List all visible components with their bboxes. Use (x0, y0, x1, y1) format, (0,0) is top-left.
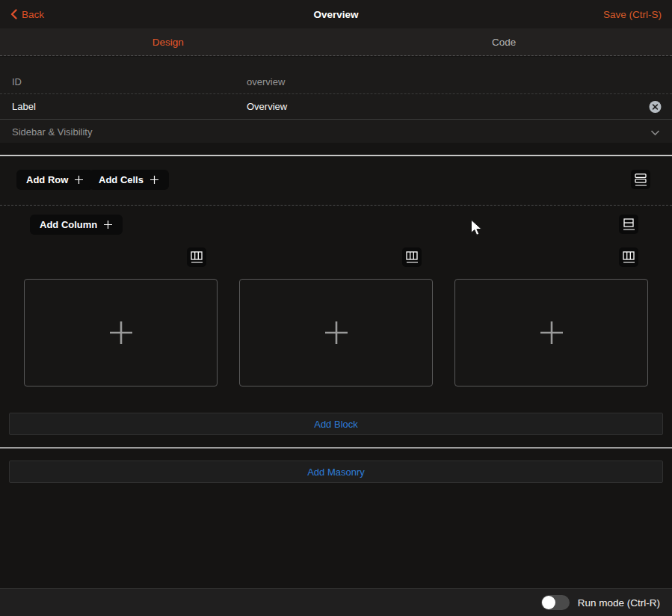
empty-cell-1[interactable] (24, 279, 218, 386)
chevron-left-icon (10, 9, 17, 19)
add-cells-label: Add Cells (99, 174, 144, 185)
view-settings-form: ID overview Label Overview Sidebar & Vis… (0, 57, 672, 143)
id-label: ID (12, 76, 22, 87)
add-block-button[interactable]: Add Block (9, 413, 663, 435)
icon-underline (407, 262, 418, 263)
column-layout-button-3[interactable] (619, 247, 638, 267)
save-button[interactable]: Save (Ctrl-S) (603, 9, 662, 20)
square-rows-button[interactable] (619, 215, 638, 234)
row-layout-button[interactable] (631, 170, 650, 189)
run-mode-label: Run mode (Ctrl-R) (578, 597, 660, 609)
toggle-knob (542, 596, 555, 609)
empty-cell-3[interactable] (454, 279, 648, 386)
section-divider (0, 447, 672, 449)
back-button[interactable]: Back (10, 9, 44, 20)
add-masonry-button[interactable]: Add Masonry (9, 461, 663, 483)
page-title: Overview (0, 9, 672, 20)
add-column-label: Add Column (40, 219, 97, 230)
form-row-label[interactable]: Label Overview (0, 94, 672, 120)
icon-underline (623, 262, 635, 263)
tab-code[interactable]: Code (336, 28, 672, 55)
label-value: Overview (247, 101, 287, 112)
form-row-id[interactable]: ID overview (0, 70, 672, 94)
header: Back Overview Save (Ctrl-S) (0, 0, 672, 28)
form-row-sidebar-visibility[interactable]: Sidebar & Visibility (0, 120, 672, 144)
plus-icon (538, 319, 565, 346)
cell-row (24, 279, 648, 386)
plus-icon (323, 319, 350, 346)
add-row-button[interactable]: Add Row (16, 170, 93, 190)
plus-icon (74, 175, 84, 185)
footer-bar: Run mode (Ctrl-R) (0, 588, 672, 616)
sidebar-visibility-label: Sidebar & Visibility (12, 126, 92, 138)
empty-cell-2[interactable] (239, 279, 433, 386)
column-layout-button-2[interactable] (402, 247, 422, 267)
chevron-down-icon[interactable] (650, 126, 660, 138)
square-rows-icon (623, 218, 634, 227)
view-editor-window: Back Overview Save (Ctrl-S) Design Code … (0, 0, 672, 616)
layout-columns-icon (623, 251, 635, 260)
tab-design[interactable]: Design (0, 28, 336, 55)
icon-underline (635, 185, 647, 186)
add-cells-button[interactable]: Add Cells (89, 170, 169, 190)
plus-icon (149, 175, 159, 185)
column-builder-section: Add Column (0, 206, 672, 447)
layout-columns-icon (191, 251, 203, 260)
plus-icon (103, 220, 113, 230)
clear-icon[interactable] (649, 100, 662, 113)
add-column-button[interactable]: Add Column (30, 215, 123, 235)
tab-bar: Design Code (0, 28, 672, 56)
icon-underline (623, 229, 635, 230)
id-value: overview (247, 76, 285, 87)
label-label: Label (12, 101, 36, 112)
column-layout-button-1[interactable] (187, 247, 206, 267)
layout-columns-icon (406, 251, 418, 260)
plus-icon (108, 319, 135, 346)
run-mode-toggle[interactable] (541, 595, 570, 610)
add-row-label: Add Row (26, 174, 68, 185)
row-toolbar-section: Add Row Add Cells (0, 156, 672, 206)
back-label: Back (22, 9, 44, 20)
icon-underline (191, 262, 203, 263)
layout-rows-icon (635, 173, 647, 183)
